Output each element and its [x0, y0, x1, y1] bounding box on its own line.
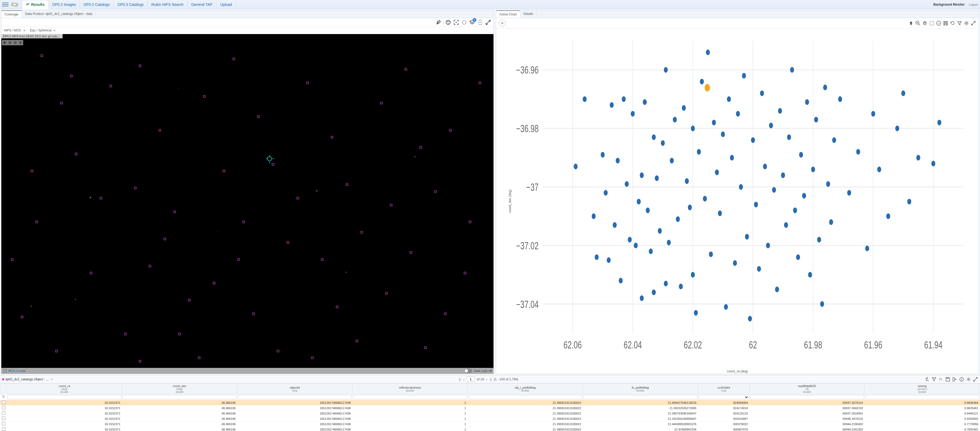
row-checkbox[interactable]	[2, 422, 5, 425]
column-header[interactable]: coord_ra(deg)double	[7, 383, 122, 394]
save-icon[interactable]	[945, 377, 950, 382]
column-header[interactable]: refExtendednessdouble	[352, 383, 468, 394]
tab-upload[interactable]: Upload	[216, 0, 236, 9]
svg-point-133	[916, 155, 920, 161]
svg-point-88	[730, 155, 734, 161]
hips-moc-dropdown[interactable]: HiPS / MOC▼	[4, 29, 25, 32]
table-row[interactable]: 62.0152371-36.96610616512817469661174361…	[0, 416, 980, 421]
tab-results[interactable]: Results	[22, 0, 49, 9]
expand-icon[interactable]	[973, 377, 978, 382]
svg-point-42	[604, 190, 608, 196]
svg-point-52	[634, 243, 638, 248]
row-checkbox[interactable]	[2, 427, 5, 431]
table-row[interactable]: 62.0152371-36.96610616512817469661174361…	[0, 427, 980, 431]
table-tab[interactable]: dp02_dc2_catalogs.Object - ... ×	[2, 377, 53, 381]
column-header[interactable]: obj_i_psfAbMagdouble	[468, 383, 583, 394]
row-checkbox[interactable]	[2, 401, 5, 404]
column-header[interactable]: fs_psfAbMagdouble	[583, 383, 698, 394]
row-checkbox[interactable]	[2, 417, 5, 420]
menu-icon[interactable]	[2, 2, 8, 8]
svg-point-45	[613, 222, 617, 228]
svg-point-2	[446, 20, 450, 24]
lock-icon[interactable]	[477, 19, 483, 25]
filter-input[interactable]	[238, 395, 352, 399]
filter-input[interactable]	[583, 395, 697, 399]
background-monitor-link[interactable]: Background Monitor	[934, 3, 964, 6]
tab-rubin-hips[interactable]: Rubin HiPS Search	[148, 0, 188, 9]
color-icon[interactable]	[445, 19, 451, 25]
filter-icon[interactable]	[957, 21, 962, 26]
tab-dp02-catalogs[interactable]: DP0.2 Catalogs	[80, 0, 114, 9]
click-lock-toggle[interactable]	[464, 369, 472, 373]
column-header[interactable]: objectIdlong	[237, 383, 353, 394]
svg-point-122	[832, 137, 836, 143]
page-input[interactable]	[467, 376, 475, 382]
results-table[interactable]: coord_ra(deg)doublecoord_dec(deg)doubleo…	[0, 383, 980, 431]
filter-select[interactable]	[698, 395, 749, 399]
pan-icon[interactable]	[922, 21, 928, 26]
last-page-button[interactable]: ›|	[490, 377, 492, 382]
table-row[interactable]: 62.0152371-36.96610616512817469661174361…	[0, 421, 980, 427]
subtab-coverage[interactable]: Coverage	[2, 10, 22, 18]
svg-point-93	[745, 234, 749, 240]
tab-dp02-images[interactable]: DP0.2 Images	[49, 0, 80, 9]
table-row[interactable]: 62.0152371-36.96610616512817469661174361…	[0, 411, 980, 416]
text-options-icon[interactable]: Tт	[939, 377, 943, 382]
row-checkbox[interactable]	[2, 406, 5, 409]
microscope-icon[interactable]	[924, 377, 929, 382]
prev-page-button[interactable]: ‹	[463, 377, 465, 382]
filter-input[interactable]	[865, 395, 980, 399]
select-box-icon[interactable]	[929, 21, 934, 26]
series-dot-icon	[2, 378, 4, 380]
reset-icon[interactable]	[950, 21, 955, 26]
pin-icon[interactable]	[908, 21, 914, 26]
save-icon[interactable]	[943, 21, 948, 26]
filter-input[interactable]	[8, 395, 122, 399]
column-header[interactable]: ccdVisitIdlong	[698, 383, 749, 394]
subtab-data-product[interactable]: Data Product: dp02_dc2_catalogs.Object -…	[22, 10, 96, 18]
svg-point-90	[736, 111, 740, 117]
svg-point-67	[670, 158, 674, 163]
table-row[interactable]: 62.0152371-36.96610616512817469661174361…	[0, 400, 980, 406]
column-header[interactable]: seeing(arcsec)double	[865, 383, 980, 394]
filter-input[interactable]	[353, 395, 467, 399]
scatter-chart[interactable]: coord_dec (deg) 62.0662.0462.026261.9861…	[496, 29, 978, 374]
subtab-active-chart[interactable]: Active Chart	[496, 10, 520, 18]
zoom-in-icon[interactable]	[915, 21, 921, 26]
first-page-button[interactable]: |‹	[459, 377, 461, 382]
column-header[interactable]: coord_dec(deg)double	[122, 383, 237, 394]
svg-point-109	[793, 207, 797, 213]
column-header[interactable]: expMidptMJD(d)double	[749, 383, 865, 394]
popout-icon[interactable]: ↗	[3, 369, 7, 373]
projection-dropdown[interactable]: Equ / Spherical▼	[30, 29, 56, 32]
image-panel: Coverage Data Product: dp02_dc2_catalogs…	[1, 10, 494, 374]
close-icon[interactable]: ×	[51, 377, 53, 381]
filter-icon[interactable]	[0, 394, 7, 400]
zoom-1x-icon[interactable]: 1x	[936, 21, 941, 26]
add-chart-button[interactable]: +	[499, 20, 506, 27]
select-all-header[interactable]	[0, 383, 7, 394]
info-icon[interactable]	[959, 377, 964, 382]
tab-general-tap[interactable]: General TAP	[188, 0, 216, 9]
filter-input[interactable]	[750, 395, 864, 399]
filter-input[interactable]	[468, 395, 582, 399]
logout-link[interactable]: Logout	[969, 3, 978, 6]
tools-icon[interactable]	[435, 19, 442, 25]
row-checkbox[interactable]	[2, 411, 5, 415]
subtab-details[interactable]: Details	[520, 10, 536, 18]
gear-icon[interactable]	[966, 377, 971, 382]
filter-icon[interactable]	[932, 377, 936, 382]
expand-icon[interactable]	[485, 19, 492, 25]
select-icon[interactable]	[461, 19, 467, 25]
next-page-button[interactable]: ›	[486, 377, 487, 382]
add-column-icon[interactable]	[952, 377, 957, 382]
table-row[interactable]: 62.0152371-36.96610616512817469661174361…	[0, 406, 980, 411]
gear-icon[interactable]	[964, 21, 969, 26]
svg-point-131	[901, 91, 905, 96]
expand-icon[interactable]	[971, 21, 976, 26]
center-icon[interactable]	[453, 19, 460, 25]
tab-dp03-catalogs[interactable]: DP0.3 Catalogs	[114, 0, 148, 9]
filter-input[interactable]	[123, 395, 237, 399]
layers-icon[interactable]	[469, 19, 476, 25]
sky-viewer[interactable]: DP0.2 HiPS from DESC DC2 sim: gri colo… …	[2, 34, 493, 374]
